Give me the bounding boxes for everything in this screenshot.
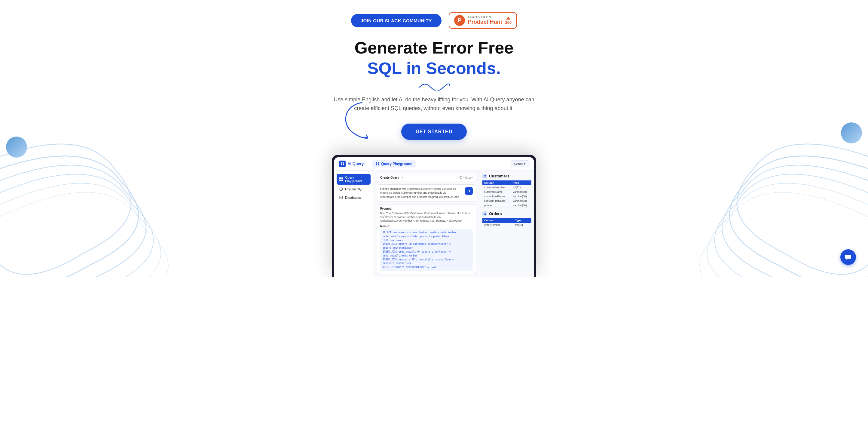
get-started-button[interactable]: GET STARTED bbox=[401, 124, 467, 140]
featured-on-label: FEATURED ON bbox=[468, 16, 502, 19]
prompt-text: Find The Customer With Customers.Custome… bbox=[380, 211, 473, 223]
app-name: AI Query bbox=[347, 161, 364, 166]
type-customer-number: int(11) bbox=[511, 185, 531, 190]
chat-icon bbox=[844, 253, 852, 261]
col-contact-last: contactLastName bbox=[483, 194, 511, 199]
sidebar-databases-label: Databases bbox=[345, 196, 361, 199]
code-block: SELECT customers.customerNumber, orders.… bbox=[380, 229, 473, 271]
svg-rect-4 bbox=[376, 162, 377, 163]
active-tab[interactable]: Query Playground bbox=[372, 160, 416, 168]
create-query-chevron-icon: ▾ bbox=[402, 176, 403, 179]
chat-bubble-button[interactable] bbox=[840, 249, 856, 265]
demo-select[interactable]: Demo ▾ bbox=[510, 160, 529, 167]
squiggle-decoration bbox=[416, 82, 452, 91]
code-line-5: INNER JOIN products ON orderdetails.prod… bbox=[382, 258, 470, 266]
col-contact-first: contactFirstName bbox=[483, 199, 511, 203]
hero-title-line2: SQL in Seconds. bbox=[367, 59, 501, 78]
col-order-number: orderNumber bbox=[483, 223, 513, 227]
svg-rect-9 bbox=[341, 177, 343, 179]
svg-rect-0 bbox=[341, 162, 342, 163]
app-logo: AI Query bbox=[339, 160, 364, 167]
playground-tab-icon bbox=[376, 162, 379, 166]
type-header: Type bbox=[511, 180, 531, 185]
customers-schema-table: Column Type customerNumber int(11) bbox=[483, 180, 531, 208]
top-buttons-row: JOIN OUR SLACK COMMUNITY P FEATURED ON P… bbox=[351, 12, 517, 29]
table-row: orderNumber int(11) bbox=[483, 223, 531, 227]
sidebar-query-label: Query Playground bbox=[345, 176, 368, 183]
sidebar-item-explain-sql[interactable]: Explain SQL bbox=[337, 185, 371, 193]
svg-rect-5 bbox=[378, 162, 379, 163]
type-customer-name: varchar(50) bbox=[511, 189, 531, 194]
sidebar-item-databases[interactable]: Databases bbox=[337, 194, 371, 202]
sidebar-item-query-playground[interactable]: Query Playground bbox=[337, 174, 371, 185]
product-hunt-score: 260 bbox=[505, 17, 512, 25]
svg-rect-8 bbox=[339, 177, 341, 179]
history-icon bbox=[459, 176, 462, 179]
create-query-label: Create Query bbox=[380, 176, 399, 179]
col-phone: phone bbox=[483, 203, 511, 208]
create-query-bar: Create Query ▾ History bbox=[377, 174, 476, 181]
explain-sql-icon bbox=[339, 187, 343, 191]
code-line-3: INNER JOIN orders ON customers.customerN… bbox=[382, 242, 470, 250]
mockup-right-panel: Customers Column Type bbox=[480, 171, 534, 277]
result-area: Prompt: Find The Customer With Customers… bbox=[377, 204, 476, 274]
orders-title: Orders bbox=[489, 211, 502, 216]
table-row: contactLastName varchar(50) bbox=[483, 194, 531, 199]
svg-rect-3 bbox=[343, 164, 344, 166]
query-input-text[interactable]: find the customer with customers.custome… bbox=[380, 187, 463, 199]
product-hunt-text-block: FEATURED ON Product Hunt bbox=[468, 16, 502, 25]
table-grid-icon bbox=[483, 175, 486, 178]
query-send-button[interactable] bbox=[465, 187, 473, 195]
product-hunt-name: Product Hunt bbox=[468, 19, 502, 25]
page-wrapper: JOIN OUR SLACK COMMUNITY P FEATURED ON P… bbox=[0, 0, 868, 277]
svg-rect-2 bbox=[341, 164, 342, 166]
table-row: customerName varchar(50) bbox=[483, 189, 531, 194]
svg-rect-11 bbox=[341, 180, 343, 181]
orders-table-section: Orders Column Type bbox=[483, 211, 531, 227]
code-line-6: WHERE customers.customerNumber = 124; bbox=[382, 266, 470, 269]
slack-community-button[interactable]: JOIN OUR SLACK COMMUNITY bbox=[351, 14, 441, 27]
code-line-2: FROM customers bbox=[382, 239, 470, 243]
svg-rect-1 bbox=[343, 162, 344, 163]
product-hunt-badge[interactable]: P FEATURED ON Product Hunt 260 bbox=[449, 12, 517, 29]
product-hunt-icon: P bbox=[454, 15, 465, 26]
svg-rect-22 bbox=[485, 213, 486, 213]
svg-rect-10 bbox=[339, 180, 341, 181]
orders-column-header: Column bbox=[483, 218, 513, 223]
orders-type-header: Type bbox=[513, 218, 531, 223]
databases-icon bbox=[339, 196, 343, 200]
customers-table-section: Customers Column Type bbox=[483, 174, 531, 208]
code-line-4: INNER JOIN orderdetails ON orders.orderN… bbox=[382, 250, 470, 258]
col-customer-name: customerName bbox=[483, 189, 511, 194]
col-customer-number: customerNumber bbox=[483, 185, 511, 190]
orders-schema-table: Column Type orderNumber int(11) bbox=[483, 218, 531, 227]
content-area: JOIN OUR SLACK COMMUNITY P FEATURED ON P… bbox=[0, 0, 868, 277]
mockup-main-panel: Create Query ▾ History bbox=[373, 171, 480, 277]
mockup-header: AI Query Query Playground Demo ▾ bbox=[334, 157, 534, 171]
code-line-1: SELECT customers.customerNumber, orders.… bbox=[382, 231, 470, 239]
svg-rect-24 bbox=[485, 214, 486, 215]
score-triangle-icon bbox=[506, 17, 510, 20]
orders-table-icon bbox=[483, 211, 487, 216]
type-contact-last: varchar(50) bbox=[511, 194, 531, 199]
mockup-inner: AI Query Query Playground Demo ▾ bbox=[334, 157, 534, 277]
query-input-area: find the customer with customers.custome… bbox=[377, 184, 476, 202]
history-button[interactable]: History bbox=[459, 176, 473, 179]
customers-title: Customers bbox=[489, 174, 509, 178]
svg-rect-23 bbox=[484, 214, 485, 215]
orders-grid-icon bbox=[483, 212, 486, 215]
svg-rect-21 bbox=[484, 213, 485, 213]
chevron-down-icon: ▾ bbox=[524, 162, 526, 166]
type-phone: varchar(50) bbox=[511, 203, 531, 208]
column-header: Column bbox=[483, 180, 511, 185]
prompt-label: Prompt: bbox=[380, 207, 473, 210]
type-contact-first: varchar(50) bbox=[511, 199, 531, 203]
hero-title-line1: Generate Error Free bbox=[354, 38, 513, 57]
query-playground-icon bbox=[339, 177, 343, 181]
customers-table-title: Customers bbox=[483, 174, 531, 179]
send-icon bbox=[467, 189, 471, 193]
arrow-decoration bbox=[338, 99, 377, 142]
svg-rect-18 bbox=[485, 175, 486, 176]
customers-table-icon bbox=[483, 174, 487, 179]
table-row: contactFirstName varchar(50) bbox=[483, 199, 531, 203]
